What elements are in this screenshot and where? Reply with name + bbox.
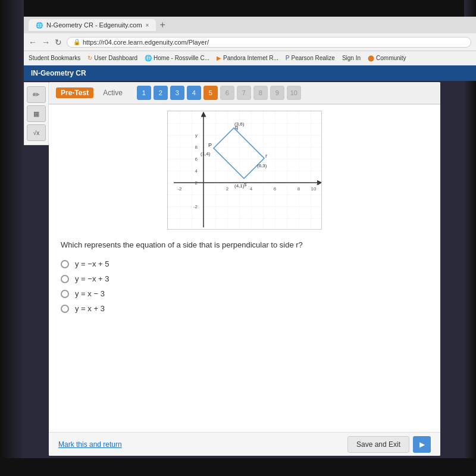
pretest-title: Pre-Test xyxy=(56,87,93,98)
svg-text:x: x xyxy=(317,180,320,186)
svg-text:y: y xyxy=(195,133,198,138)
svg-text:6: 6 xyxy=(195,156,198,162)
answer-choice-c[interactable]: y = x − 3 xyxy=(61,286,428,301)
bookmarks-bar: Student Bookmarks ↻ User Dashboard 🌐 Hom… xyxy=(24,51,476,65)
formula-btn[interactable]: √x xyxy=(27,124,46,141)
q-btn-10[interactable]: 10 xyxy=(287,86,301,100)
bookmark-label-1: User Dashboard xyxy=(94,55,137,61)
svg-text:(4,1): (4,1) xyxy=(234,183,245,189)
svg-text:10: 10 xyxy=(311,186,317,192)
radio-d[interactable] xyxy=(61,305,69,313)
bookmark-6[interactable]: ⬤ Community xyxy=(368,55,406,61)
tab-favicon: 🌐 xyxy=(36,22,43,29)
bookmark-label-6: Community xyxy=(376,55,406,61)
bottom-bar: Mark this and return Save and Exit ▶ xyxy=(49,432,440,456)
app-header: IN-Geometry CR xyxy=(24,65,476,81)
svg-text:s: s xyxy=(244,181,247,187)
url-text: https://r04.core.learn.edgenuity.com/Pla… xyxy=(83,39,209,46)
question-nav: 1 2 3 4 5 6 7 8 9 10 xyxy=(137,86,301,100)
radio-b[interactable] xyxy=(61,275,69,283)
back-btn[interactable]: ← xyxy=(29,37,37,47)
answer-text-b: y = −x + 3 xyxy=(75,274,109,283)
save-exit-button[interactable]: Save and Exit xyxy=(347,436,409,453)
q-btn-7[interactable]: 7 xyxy=(237,86,251,100)
pretest-status: Active xyxy=(103,89,123,97)
svg-text:P: P xyxy=(208,142,212,148)
tab-label: N-Geometry CR - Edgenuity.com xyxy=(46,21,142,29)
reload-btn[interactable]: ↻ xyxy=(55,37,62,47)
answer-text-c: y = x − 3 xyxy=(75,289,105,298)
svg-text:6: 6 xyxy=(274,186,277,192)
q-btn-1[interactable]: 1 xyxy=(137,86,151,100)
bookmark-label-5: Sign In xyxy=(342,55,361,61)
q-btn-8[interactable]: 8 xyxy=(253,86,268,100)
bookmark-4[interactable]: P Pearson Realize xyxy=(286,55,335,61)
q-btn-3[interactable]: 3 xyxy=(170,86,184,100)
bookmark-label-0: Student Bookmarks xyxy=(29,55,80,61)
q-btn-9[interactable]: 9 xyxy=(270,86,284,100)
main-content: Pre-Test Active 1 2 3 4 5 6 7 8 9 10 xyxy=(49,82,440,456)
q-btn-2[interactable]: 2 xyxy=(154,86,168,100)
url-input[interactable]: 🔒 https://r04.core.learn.edgenuity.com/P… xyxy=(67,37,471,48)
next-button[interactable]: ▶ xyxy=(413,436,431,453)
left-toolbar: ✏ ▦ √x xyxy=(24,82,49,145)
bezel-left xyxy=(0,0,24,476)
bookmark-2[interactable]: 🌐 Home - Rossville C... xyxy=(145,55,209,61)
coordinate-graph: -2 2 4 6 8 10 x -2 4 6 8 y 2 P q r s (3,… xyxy=(167,111,322,230)
svg-text:4: 4 xyxy=(250,186,253,192)
bezel-top xyxy=(0,0,476,17)
bookmark-3[interactable]: ▶ Pandora Internet R... xyxy=(217,55,278,61)
answer-choice-a[interactable]: y = −x + 5 xyxy=(61,256,428,271)
graph-container: -2 2 4 6 8 10 x -2 4 6 8 y 2 P q r s (3,… xyxy=(49,105,440,236)
svg-text:2: 2 xyxy=(226,186,229,192)
svg-text:-2: -2 xyxy=(177,186,182,192)
svg-text:(6,3): (6,3) xyxy=(257,163,267,168)
bookmark-1[interactable]: ↻ User Dashboard xyxy=(87,55,137,61)
app-title: IN-Geometry CR xyxy=(31,69,86,77)
address-bar: ← → ↻ 🔒 https://r04.core.learn.edgenuity… xyxy=(24,33,476,51)
question-text: Which represents the equation of a side … xyxy=(49,236,440,254)
active-tab[interactable]: 🌐 N-Geometry CR - Edgenuity.com × xyxy=(29,19,156,31)
svg-text:2: 2 xyxy=(195,180,198,186)
forward-btn[interactable]: → xyxy=(42,37,50,47)
answer-text-a: y = −x + 5 xyxy=(75,259,109,268)
answer-choice-b[interactable]: y = −x + 3 xyxy=(61,271,428,286)
q-btn-5[interactable]: 5 xyxy=(203,86,218,100)
radio-c[interactable] xyxy=(61,290,69,298)
bookmark-label-2: Home - Rossville C... xyxy=(154,55,209,61)
q-btn-6[interactable]: 6 xyxy=(220,86,234,100)
svg-text:8: 8 xyxy=(195,145,198,150)
calculator-btn[interactable]: ▦ xyxy=(27,105,46,122)
bookmark-label-4: Pearson Realize xyxy=(292,55,335,61)
mark-return-link[interactable]: Mark this and return xyxy=(58,440,122,449)
svg-text:(3,6): (3,6) xyxy=(234,121,245,127)
svg-rect-0 xyxy=(168,111,322,230)
tab-bar: 🌐 N-Geometry CR - Edgenuity.com × + xyxy=(24,17,476,33)
tab-close-btn[interactable]: × xyxy=(146,22,149,29)
bookmark-label-3: Pandora Internet R... xyxy=(223,55,278,61)
svg-text:-2: -2 xyxy=(193,204,198,209)
pencil-tool-btn[interactable]: ✏ xyxy=(27,86,46,103)
new-tab-btn[interactable]: + xyxy=(159,20,165,30)
answer-text-d: y = x + 3 xyxy=(75,304,105,313)
bezel-bottom xyxy=(0,458,476,476)
svg-text:(1,4): (1,4) xyxy=(201,151,211,156)
bookmark-0[interactable]: Student Bookmarks xyxy=(29,55,80,61)
svg-text:8: 8 xyxy=(298,186,300,192)
pretest-header: Pre-Test Active 1 2 3 4 5 6 7 8 9 10 xyxy=(49,82,440,105)
next-arrow-icon: ▶ xyxy=(419,440,425,449)
q-btn-4[interactable]: 4 xyxy=(187,86,201,100)
svg-text:4: 4 xyxy=(195,168,198,174)
svg-text:r: r xyxy=(265,153,267,159)
answer-choice-d[interactable]: y = x + 3 xyxy=(61,301,428,316)
answer-choices: y = −x + 5 y = −x + 3 y = x − 3 y = x + … xyxy=(49,254,440,318)
question-body: Which represents the equation of a side … xyxy=(61,240,303,249)
radio-a[interactable] xyxy=(61,260,69,268)
bookmark-5[interactable]: Sign In xyxy=(342,55,361,61)
